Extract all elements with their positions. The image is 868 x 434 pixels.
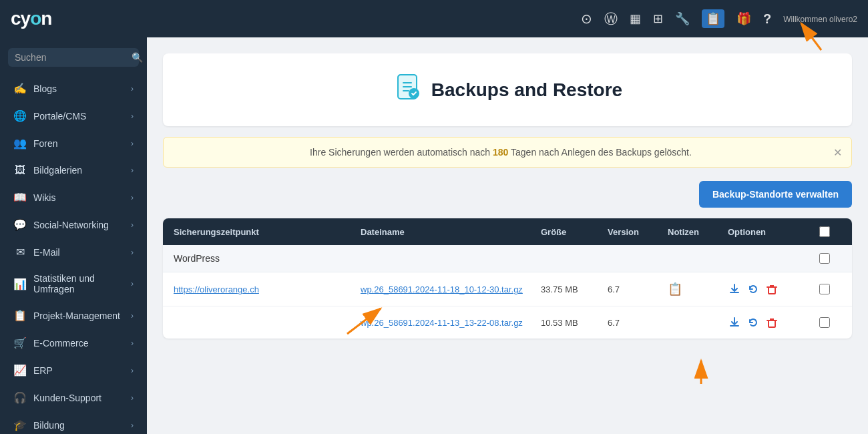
sidebar-item-blogs[interactable]: ✍ Blogs › <box>4 75 143 101</box>
th-version: Version <box>608 226 668 237</box>
action-icons <box>728 282 808 296</box>
chevron-icon: › <box>131 279 134 288</box>
th-notizen: Notizen <box>668 226 728 237</box>
page-header: Backups and Restore <box>163 53 852 126</box>
alert-text: Ihre Sicherungen werden automatisch nach… <box>177 147 825 158</box>
chevron-icon: › <box>131 421 134 430</box>
th-dateiname: Dateiname <box>361 226 541 237</box>
topbar-icons: ⊙ Ⓦ ▦ ⊞ 🔧 📋 🎁 ? <box>581 9 771 28</box>
chevron-icon: › <box>131 112 134 121</box>
chevron-icon: › <box>131 393 134 403</box>
sidebar-item-erp[interactable]: 📈 ERP › <box>4 357 143 383</box>
sidebar-item-kunden[interactable]: 🎧 Kunden-Support › <box>4 385 143 411</box>
row-checkbox[interactable] <box>808 284 841 294</box>
social-icon: 💬 <box>13 218 27 231</box>
sidebar-item-label: Projekt-Management <box>33 310 120 321</box>
sidebar-item-label: Kunden-Support <box>33 393 101 403</box>
restore-button[interactable] <box>746 282 760 296</box>
sidebar-item-statistiken[interactable]: 📊 Statistiken und Umfragen › <box>4 266 143 301</box>
statistiken-icon: 📊 <box>13 278 27 290</box>
th-sicherungszeitpunkt: Sicherungszeitpunkt <box>174 226 361 237</box>
th-checkbox[interactable] <box>808 226 841 237</box>
help-icon[interactable]: ? <box>763 11 771 27</box>
table-row: https://oliverorange.ch wp.26_58691.2024… <box>163 272 852 306</box>
th-groesse: Größe <box>541 226 608 237</box>
circle-icon[interactable]: ⊙ <box>581 11 592 27</box>
chevron-icon: › <box>131 84 134 93</box>
search-box[interactable]: 🔍 <box>8 48 139 67</box>
group-select-checkbox[interactable] <box>819 253 830 264</box>
projekt-icon: 📋 <box>13 309 27 322</box>
sidebar-item-email[interactable]: ✉ E-Mail › <box>4 239 143 265</box>
manage-locations-button[interactable]: Backup-Standorte verwalten <box>699 181 852 208</box>
sidebar-item-wikis[interactable]: 📖 Wikis › <box>4 184 143 210</box>
chevron-icon: › <box>131 220 134 230</box>
file-version: 6.7 <box>608 318 668 328</box>
download-button[interactable] <box>728 316 741 329</box>
alert-text-after: Tagen nach Anlegen des Backups gelöscht. <box>508 147 692 158</box>
restore-button[interactable] <box>746 316 760 329</box>
welcome-text: Willkommen olivero2 <box>783 15 857 24</box>
logo: cyon <box>11 8 51 29</box>
grid-icon[interactable]: ▦ <box>630 11 641 26</box>
chevron-icon: › <box>131 248 134 257</box>
sidebar-item-label: Social-Networking <box>33 220 109 230</box>
chevron-icon: › <box>131 366 134 375</box>
sidebar-item-label: ERP <box>33 365 53 376</box>
actions-row: Backup-Standorte verwalten <box>163 181 852 208</box>
sidebar-item-foren[interactable]: 👥 Foren › <box>4 130 143 156</box>
gift-icon[interactable]: 🎁 <box>736 11 751 26</box>
filename-text: wp.26_58691.2024-11-13_13-22-08.tar.gz <box>361 318 523 328</box>
email-icon: ✉ <box>13 246 27 258</box>
select-all-checkbox[interactable] <box>819 226 830 237</box>
delete-button[interactable] <box>765 282 779 296</box>
wordpress-icon[interactable]: Ⓦ <box>604 10 618 28</box>
file-size: 33.75 MB <box>541 284 608 294</box>
filename-link[interactable]: wp.26_58691.2024-11-18_10-12-30.tar.gz <box>361 284 523 294</box>
row-select-checkbox[interactable] <box>819 284 830 294</box>
action-icons <box>728 316 808 329</box>
portale-icon: 🌐 <box>13 110 27 122</box>
blogs-icon: ✍ <box>13 82 27 95</box>
backup-table: Sicherungszeitpunkt Dateiname Größe Vers… <box>163 218 852 339</box>
alert-text-before: Ihre Sicherungen werden automatisch nach <box>310 147 493 158</box>
row-checkbox[interactable] <box>808 317 841 328</box>
chevron-icon: › <box>131 311 134 320</box>
sidebar-item-bildgalerien[interactable]: 🖼 Bildgalerien › <box>4 158 143 183</box>
erp-icon: 📈 <box>13 364 27 377</box>
chevron-icon: › <box>131 139 134 148</box>
sidebar-item-label: Bildung <box>33 420 65 431</box>
sidebar-item-social[interactable]: 💬 Social-Networking › <box>4 212 143 238</box>
th-optionen: Optionen <box>728 226 808 237</box>
alert-days: 180 <box>493 147 508 158</box>
row-select-checkbox[interactable] <box>819 317 830 328</box>
chevron-icon: › <box>131 339 134 348</box>
sidebar-item-label: Wikis <box>33 192 55 203</box>
ecommerce-icon: 🛒 <box>13 337 27 349</box>
alert-banner: Ihre Sicherungen werden automatisch nach… <box>163 137 852 168</box>
sidebar-item-label: Foren <box>33 138 58 149</box>
sidebar-item-portale[interactable]: 🌐 Portale/CMS › <box>4 103 143 129</box>
bildung-icon: 🎓 <box>13 419 27 431</box>
group-checkbox[interactable] <box>808 253 841 264</box>
download-button[interactable] <box>728 282 741 296</box>
wrench-icon[interactable]: 🔧 <box>675 11 690 26</box>
delete-button[interactable] <box>765 316 779 329</box>
page-title: Backups and Restore <box>431 79 622 101</box>
sidebar-item-bildung[interactable]: 🎓 Bildung › <box>4 412 143 434</box>
site-link[interactable]: https://oliverorange.ch <box>174 284 259 294</box>
alert-close-button[interactable]: ✕ <box>833 146 842 159</box>
backup-icon[interactable]: 📋 <box>702 9 724 28</box>
search-input[interactable] <box>15 52 132 63</box>
foren-icon: 👥 <box>13 137 27 150</box>
sidebar-item-label: Blogs <box>33 83 57 94</box>
apps-icon[interactable]: ⊞ <box>653 11 663 26</box>
page-icon <box>393 72 422 107</box>
wikis-icon: 📖 <box>13 191 27 204</box>
sidebar-item-ecommerce[interactable]: 🛒 E-Commerce › <box>4 330 143 356</box>
sidebar-item-projekt[interactable]: 📋 Projekt-Management › <box>4 302 143 329</box>
notes-icon[interactable]: 📋 <box>668 282 728 296</box>
group-label: WordPress <box>174 253 361 264</box>
svg-rect-2 <box>769 287 775 294</box>
bildgalerien-icon: 🖼 <box>13 164 27 176</box>
